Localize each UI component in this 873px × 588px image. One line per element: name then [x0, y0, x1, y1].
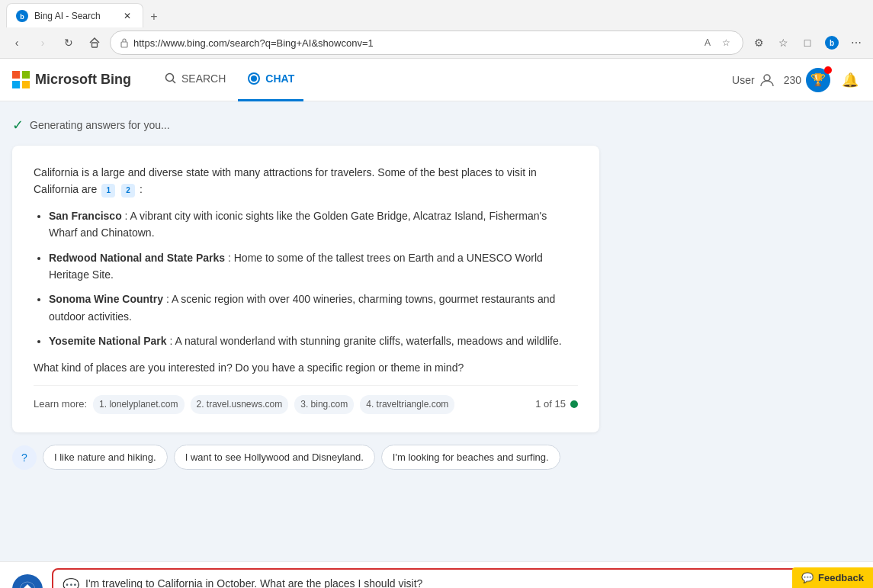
chat-input[interactable]: [85, 576, 820, 588]
svg-point-10: [251, 76, 257, 82]
sf-title: San Francisco: [49, 210, 122, 222]
chat-nav-icon: [247, 72, 261, 85]
extensions-button[interactable]: ⚙: [748, 32, 769, 53]
tab-close-btn[interactable]: ✕: [121, 10, 133, 22]
user-icon: [759, 72, 775, 88]
notification-bell[interactable]: 🔔: [839, 69, 861, 91]
chat-intro: California is a large and diverse state …: [34, 164, 578, 198]
chat-bubble-icon: 💬: [63, 577, 79, 588]
suggestion-btn-hollywood[interactable]: I want to see Hollywood and Disneyland.: [174, 445, 375, 470]
browser-actions: ⚙ ☆ □ b ⋯: [748, 32, 867, 53]
suggestion-icon[interactable]: ?: [12, 445, 37, 470]
ref-1[interactable]: 1: [101, 184, 115, 198]
points-value: 230: [784, 74, 801, 86]
collections-button[interactable]: □: [797, 32, 818, 53]
forward-button[interactable]: ›: [32, 32, 53, 53]
nav-chat-label: CHAT: [265, 72, 294, 85]
search-nav-icon: [165, 72, 177, 85]
microsoft-logo: [12, 71, 30, 89]
suggestion-btn-beaches[interactable]: I'm looking for beaches and surfing.: [381, 445, 560, 470]
address-bar: ‹ › ↻ https://www.bing.com/search?q=Bing…: [0, 27, 873, 58]
svg-rect-3: [121, 42, 127, 47]
attractions-list: San Francisco : A vibrant city with icon…: [49, 207, 578, 350]
chat-response-card: California is a large and diverse state …: [12, 146, 599, 432]
main-content: ✓ Generating answers for you... Californ…: [0, 101, 873, 561]
list-item-yosemite: Yosemite National Park : A natural wonde…: [49, 333, 578, 349]
nav-search-label: SEARCH: [181, 72, 226, 85]
nav-chat[interactable]: CHAT: [238, 59, 303, 101]
reload-button[interactable]: ↻: [58, 32, 79, 53]
list-item-sf: San Francisco : A vibrant city with icon…: [49, 207, 578, 242]
redwood-title: Redwood National and State Parks: [49, 252, 225, 264]
notification-dot: [824, 66, 832, 74]
lock-icon: [120, 37, 129, 48]
input-box-wrapper[interactable]: 💬 75/2000 📌: [52, 568, 861, 588]
tab-title: Bing AI - Search: [34, 11, 101, 21]
svg-text:b: b: [20, 13, 24, 21]
url-text: https://www.bing.com/search?q=Bing+AI&sh…: [133, 37, 695, 49]
trophy-icon: 🏆: [806, 68, 830, 92]
tab-bar: b Bing AI - Search ✕ +: [0, 0, 873, 27]
user-label: User: [732, 74, 755, 86]
translate-icon[interactable]: A: [700, 35, 715, 50]
bing-nav: SEARCH CHAT: [156, 59, 303, 101]
page-count-text: 1 of 15: [535, 397, 566, 413]
sf-text: : A vibrant city with iconic sights like…: [49, 210, 547, 239]
input-row: 💬: [63, 576, 850, 588]
new-tab-button[interactable]: +: [143, 6, 165, 27]
url-box[interactable]: https://www.bing.com/search?q=Bing+AI&sh…: [110, 31, 743, 55]
yosemite-text: : A natural wonderland with stunning gra…: [169, 335, 561, 347]
more-button[interactable]: ⋯: [846, 32, 867, 53]
bing-logo-text: Microsoft Bing: [35, 72, 131, 88]
feedback-icon: 💬: [801, 572, 814, 583]
bing-logo: Microsoft Bing: [12, 71, 131, 89]
suggestion-btn-nature[interactable]: I like nature and hiking.: [43, 445, 168, 470]
generating-text: Generating answers for you...: [30, 119, 170, 131]
nav-search[interactable]: SEARCH: [156, 59, 235, 101]
bing-button[interactable]: b: [821, 32, 843, 53]
list-item-sonoma: Sonoma Wine Country : A scenic region wi…: [49, 291, 578, 325]
svg-rect-2: [92, 43, 98, 47]
star-icon[interactable]: ☆: [718, 35, 733, 50]
feedback-button[interactable]: 💬 Feedback: [792, 567, 873, 588]
learn-more-row: Learn more: 1. lonelyplanet.com 2. trave…: [34, 385, 578, 414]
ref-2[interactable]: 2: [121, 184, 135, 198]
learn-more-label: Learn more:: [34, 397, 87, 413]
user-info: User: [732, 72, 775, 88]
browser-tab[interactable]: b Bing AI - Search ✕: [6, 3, 143, 27]
check-icon: ✓: [12, 117, 24, 133]
tab-favicon: b: [16, 10, 28, 22]
browser-chrome: b Bing AI - Search ✕ + ‹ › ↻ https://www…: [0, 0, 873, 59]
header-right: User 230 🏆 🔔: [732, 68, 861, 92]
home-button[interactable]: [84, 32, 105, 53]
svg-line-7: [173, 81, 176, 84]
favorites-button[interactable]: ☆: [772, 32, 794, 53]
generating-status: ✓ Generating answers for you...: [12, 114, 861, 137]
learn-more-link-2[interactable]: 2. travel.usnews.com: [191, 395, 289, 414]
list-item-redwood: Redwood National and State Parks : Home …: [49, 249, 578, 284]
sonoma-title: Sonoma Wine Country: [49, 293, 163, 305]
points-badge: 230 🏆: [784, 68, 830, 92]
learn-more-link-4[interactable]: 4. traveltriangle.com: [360, 395, 454, 414]
svg-text:b: b: [830, 39, 834, 47]
green-dot: [570, 400, 578, 408]
back-button[interactable]: ‹: [6, 32, 27, 53]
learn-more-link-3[interactable]: 3. bing.com: [294, 395, 354, 414]
page-count: 1 of 15: [535, 397, 578, 413]
learn-more-link-1[interactable]: 1. lonelyplanet.com: [93, 395, 184, 414]
followup-question: What kind of places are you interested i…: [34, 359, 578, 376]
input-area: 💬 75/2000 📌: [0, 561, 873, 588]
feedback-label: Feedback: [818, 572, 864, 583]
avatar-button[interactable]: [12, 574, 43, 588]
svg-point-11: [764, 75, 770, 81]
suggestions-row: ? I like nature and hiking. I want to se…: [12, 442, 861, 473]
svg-point-6: [166, 74, 174, 82]
yosemite-title: Yosemite National Park: [49, 335, 167, 347]
bing-header: Microsoft Bing SEARCH CHAT User: [0, 59, 873, 101]
url-icons: A ☆: [700, 35, 733, 50]
avatar-icon: [19, 581, 36, 588]
